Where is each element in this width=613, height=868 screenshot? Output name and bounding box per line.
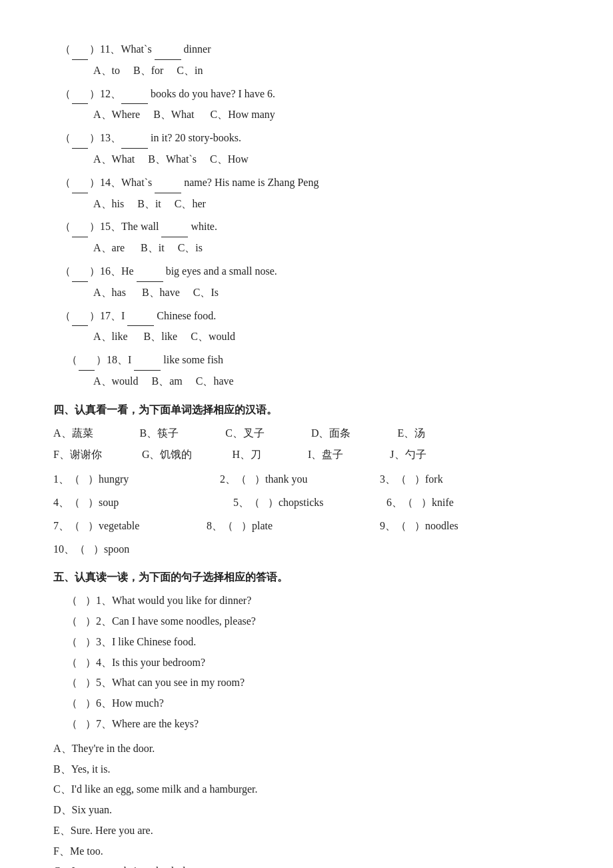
bracket-q15: （: [60, 217, 71, 237]
answer-e: E、Sure. Here you are.: [53, 821, 560, 841]
match-8: 8、（ ）plate: [207, 517, 340, 536]
match-4: 4、（ ）soup: [53, 493, 187, 513]
bracket-q13-close: ）13、 in it? 20 story-books.: [89, 129, 241, 149]
section5: 五、认真读一读，为下面的句子选择相应的答语。 （ ）1、What would y…: [53, 568, 560, 868]
section4-header: 四、认真看一看，为下面单词选择相应的汉语。: [53, 401, 560, 420]
q18-options: A、would B、am C、have: [53, 372, 560, 391]
vocab-e: E、汤: [397, 424, 425, 443]
q15-options: A、are B、it C、is: [53, 239, 560, 258]
vocab-f: F、谢谢你: [53, 445, 102, 465]
vocab-i: I、盘子: [308, 445, 343, 465]
vocab-c: C、叉子: [225, 424, 265, 443]
q18-line: （ ）18、I like some fish: [53, 351, 560, 371]
bracket-q12-close: ）12、 books do you have? I have 6.: [89, 85, 275, 105]
vocab-row2: F、谢谢你 G、饥饿的 H、刀 I、盘子 J、勺子: [53, 445, 560, 465]
answer-c: C、I'd like an egg, some milk and a hambu…: [53, 780, 560, 799]
vocab-d: D、面条: [311, 424, 351, 443]
match-2: 2、（ ）thank you: [220, 470, 353, 489]
match-1: 1、（ ）hungry: [53, 470, 187, 489]
s5-q7: （ ）7、Where are the keys?: [53, 715, 560, 734]
q16-line: （ ）16、He big eyes and a small nose.: [53, 262, 560, 282]
section5-header: 五、认真读一读，为下面的句子选择相应的答语。: [53, 568, 560, 587]
q11-answer-blank[interactable]: [72, 40, 88, 60]
q17-answer-blank[interactable]: [72, 307, 88, 327]
vocab-row1: A、蔬菜 B、筷子 C、叉子 D、面条 E、汤: [53, 424, 560, 443]
match-5: 5、（ ）chopsticks: [233, 493, 366, 513]
s5-q2: （ ）2、Can I have some noodles, please?: [53, 612, 560, 631]
s5-q3: （ ）3、I like Chinese food.: [53, 633, 560, 652]
bracket-q11: （: [60, 40, 71, 59]
q12-answer-blank[interactable]: [72, 85, 88, 105]
match-10: 10、（ ）spoon: [53, 540, 129, 559]
q12-line: （ ）12、 books do you have? I have 6.: [53, 85, 560, 105]
s5-q4: （ ）4、Is this your bedroom?: [53, 653, 560, 673]
bracket-q13: （: [60, 129, 71, 148]
answer-d: D、Six yuan.: [53, 801, 560, 820]
vocab-j: J、勺子: [390, 445, 426, 465]
match-6: 6、（ ）knife: [386, 493, 520, 513]
q15-line: （ ）15、The wall white.: [53, 217, 560, 237]
match-row2: 4、（ ）soup 5、（ ）chopsticks 6、（ ）knife: [53, 493, 560, 513]
q11-line: （ ）11、What`s dinner: [53, 40, 560, 60]
bracket-q11-close: ）11、What`s dinner: [89, 40, 211, 60]
questions-section: （ ）11、What`s dinner A、to B、for C、in （ ）1…: [53, 40, 560, 391]
q13-answer-blank[interactable]: [72, 129, 88, 149]
bracket-q16: （: [60, 262, 71, 281]
s5-q1: （ ）1、What would you like for dinner?: [53, 591, 560, 611]
q17-line: （ ）17、I Chinese food.: [53, 307, 560, 327]
bracket-q18: （: [60, 351, 77, 370]
match-9: 9、（ ）noodles: [380, 517, 513, 536]
match-row3: 7、（ ）vegetable 8、（ ）plate 9、（ ）noodles: [53, 517, 560, 536]
section4: 四、认真看一看，为下面单词选择相应的汉语。 A、蔬菜 B、筷子 C、叉子 D、面…: [53, 401, 560, 559]
match-row1: 1、（ ）hungry 2、（ ）thank you 3、（ ）fork: [53, 470, 560, 489]
vocab-b: B、筷子: [140, 424, 179, 443]
vocab-a: A、蔬菜: [53, 424, 93, 443]
q11-options: A、to B、for C、in: [53, 61, 560, 81]
bracket-q15-close: ）15、The wall white.: [89, 217, 217, 237]
q18-answer-blank[interactable]: [79, 351, 95, 371]
bracket-q12: （: [60, 85, 71, 104]
answer-a: A、They're in the door.: [53, 739, 560, 759]
q16-options: A、has B、have C、Is: [53, 283, 560, 303]
bracket-q14-close: ）14、What`s name? His name is Zhang Peng: [89, 173, 318, 193]
bracket-q16-close: ）16、He big eyes and a small nose.: [89, 262, 277, 282]
match-3: 3、（ ）fork: [380, 470, 513, 489]
q14-options: A、his B、it C、her: [53, 195, 560, 214]
bracket-q18-close: ）18、I like some fish: [96, 351, 223, 371]
s5-q6: （ ）6、How much?: [53, 694, 560, 713]
q13-options: A、What B、What`s C、How: [53, 150, 560, 169]
match-row4: 10、（ ）spoon: [53, 540, 560, 559]
q17-options: A、like B、like C、would: [53, 327, 560, 347]
q14-answer-blank[interactable]: [72, 173, 88, 193]
bracket-q17: （: [60, 307, 71, 326]
vocab-h: H、刀: [232, 445, 261, 465]
q15-answer-blank[interactable]: [72, 217, 88, 237]
q13-line: （ ）13、 in it? 20 story-books.: [53, 129, 560, 149]
match-7: 7、（ ）vegetable: [53, 517, 187, 536]
bracket-q14: （: [60, 173, 71, 193]
answer-f: F、Me too.: [53, 842, 560, 861]
answer-b: B、Yes, it is.: [53, 760, 560, 779]
answer-g: G、I can see a chair and a desk.: [53, 862, 560, 868]
vocab-g: G、饥饿的: [142, 445, 193, 465]
q16-answer-blank[interactable]: [72, 262, 88, 282]
q14-line: （ ）14、What`s name? His name is Zhang Pen…: [53, 173, 560, 193]
q12-options: A、Where B、What C、How many: [53, 105, 560, 125]
bracket-q17-close: ）17、I Chinese food.: [89, 307, 216, 327]
s5-q5: （ ）5、What can you see in my room?: [53, 673, 560, 693]
